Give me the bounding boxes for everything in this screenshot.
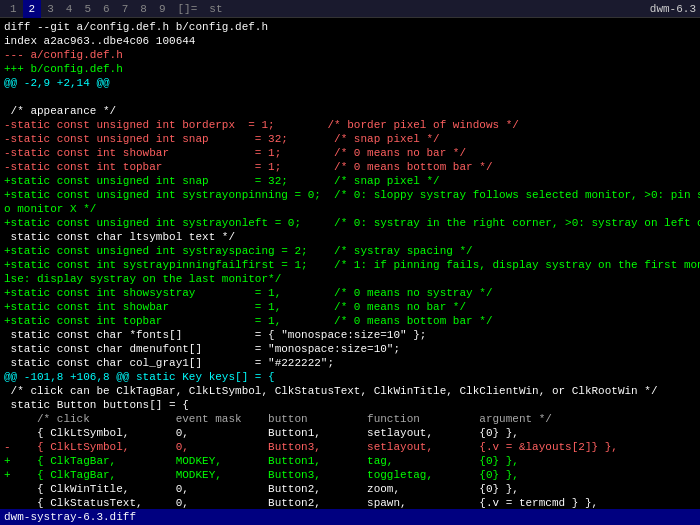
line: - { ClkLtSymbol, 0, Button3, setlayout, … xyxy=(4,440,696,454)
tab-1[interactable]: 1 xyxy=(4,0,23,18)
line: -static const int topbar = 1; /* 0 means… xyxy=(4,160,696,174)
title-bar: 1 2 3 4 5 6 7 8 9 []= st dwm-6.3 xyxy=(0,0,700,18)
line: @@ -101,8 +106,8 @@ static Key keys[] = … xyxy=(4,370,696,384)
line: static const char ltsymbol text */ xyxy=(4,230,696,244)
line: diff --git a/config.def.h b/config.def.h xyxy=(4,20,696,34)
diff-content: diff --git a/config.def.h b/config.def.h… xyxy=(0,18,700,509)
line: +static const unsigned int systrayspacin… xyxy=(4,244,696,258)
line: --- a/config.def.h xyxy=(4,48,696,62)
line: +static const int systraypinningfailfirs… xyxy=(4,258,696,272)
line: -static const int showbar = 1; /* 0 mean… xyxy=(4,146,696,160)
tab-bracket[interactable]: []= xyxy=(171,0,203,18)
line: +static const int showbar = 1, /* 0 mean… xyxy=(4,300,696,314)
line: @@ -2,9 +2,14 @@ xyxy=(4,76,696,90)
line: +static const unsigned int snap = 32; /*… xyxy=(4,174,696,188)
line: static const char dmenufont[] = "monospa… xyxy=(4,342,696,356)
terminal: 1 2 3 4 5 6 7 8 9 []= st dwm-6.3 diff --… xyxy=(0,0,700,525)
tab-2[interactable]: 2 xyxy=(23,0,42,18)
line: +static const int showsystray = 1, /* 0 … xyxy=(4,286,696,300)
line: o monitor X */ xyxy=(4,202,696,216)
line: /* click event mask button function argu… xyxy=(4,412,696,426)
tab-7[interactable]: 7 xyxy=(116,0,135,18)
line: index a2ac963..dbe4c06 100644 xyxy=(4,34,696,48)
line: /* click can be ClkTagBar, ClkLtSymbol, … xyxy=(4,384,696,398)
tab-6[interactable]: 6 xyxy=(97,0,116,18)
line: { ClkWinTitle, 0, Button2, zoom, {0} }, xyxy=(4,482,696,496)
status-bar: dwm-systray-6.3.diff xyxy=(0,509,700,525)
line: +static const int topbar = 1, /* 0 means… xyxy=(4,314,696,328)
line: static Button buttons[] = { xyxy=(4,398,696,412)
tab-5[interactable]: 5 xyxy=(78,0,97,18)
line: lse: display systray on the last monitor… xyxy=(4,272,696,286)
tab-9[interactable]: 9 xyxy=(153,0,172,18)
line: static const char *fonts[] = { "monospac… xyxy=(4,328,696,342)
line: -static const unsigned int snap = 32; /*… xyxy=(4,132,696,146)
status-text: dwm-systray-6.3.diff xyxy=(4,511,136,523)
line: /* appearance */ xyxy=(4,104,696,118)
line: { ClkLtSymbol, 0, Button1, setlayout, {0… xyxy=(4,426,696,440)
line: static const char col_gray1[] = "#222222… xyxy=(4,356,696,370)
line: + { ClkTagBar, MODKEY, Button3, toggleta… xyxy=(4,468,696,482)
tab-3[interactable]: 3 xyxy=(41,0,60,18)
wm-label: dwm-6.3 xyxy=(650,3,696,15)
line: -static const unsigned int borderpx = 1;… xyxy=(4,118,696,132)
tab-st[interactable]: st xyxy=(203,0,228,18)
tab-8[interactable]: 8 xyxy=(134,0,153,18)
tab-4[interactable]: 4 xyxy=(60,0,79,18)
line xyxy=(4,90,696,104)
line: +static const unsigned int systrayonleft… xyxy=(4,216,696,230)
line: +static const unsigned int systrayonpinn… xyxy=(4,188,696,202)
line: { ClkStatusText, 0, Button2, spawn, {.v … xyxy=(4,496,696,509)
line: +++ b/config.def.h xyxy=(4,62,696,76)
line: + { ClkTagBar, MODKEY, Button1, tag, {0}… xyxy=(4,454,696,468)
